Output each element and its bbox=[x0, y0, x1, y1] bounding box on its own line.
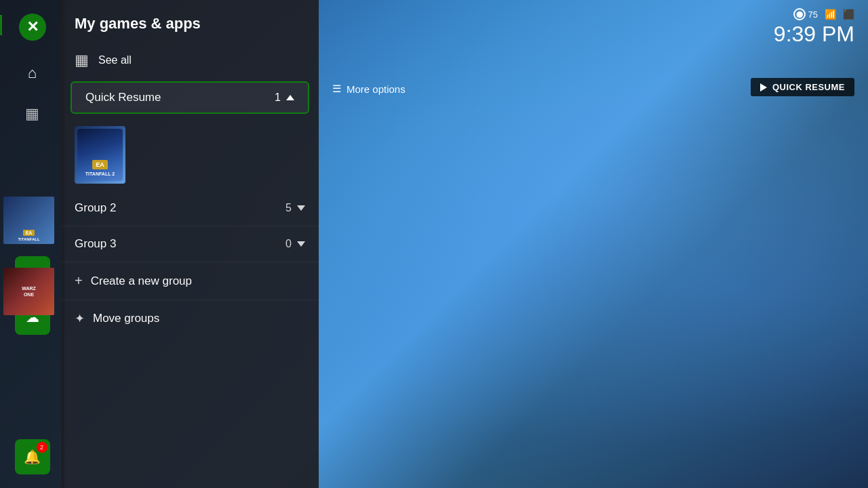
signal-icon: 📶 bbox=[825, 9, 836, 20]
move-icon: ✦ bbox=[75, 311, 85, 326]
clock-display: 9:39 PM bbox=[774, 23, 854, 45]
ea-label: EA bbox=[23, 230, 35, 236]
more-options-icon: ☰ bbox=[332, 83, 341, 95]
create-group-label: Create a new group bbox=[91, 274, 192, 288]
plus-icon: + bbox=[75, 273, 83, 289]
more-options-label: More options bbox=[347, 83, 406, 95]
group2-label: Group 2 bbox=[75, 201, 116, 215]
warzone-sidebar-thumb[interactable]: WARZONE bbox=[3, 268, 54, 315]
group3-chevron-icon bbox=[297, 241, 305, 247]
home-icon: ⌂ bbox=[28, 64, 37, 82]
quick-resume-badge-label: QUICK RESUME bbox=[772, 82, 845, 92]
quick-resume-games: EA TITANFALL 2 bbox=[61, 119, 319, 190]
see-all-label: See all bbox=[98, 54, 132, 66]
sidebar-item-home[interactable]: ⌂ bbox=[0, 53, 64, 94]
group3-count: 0 bbox=[285, 238, 292, 250]
titanfall-sidebar-thumb[interactable]: EA TITANFALL bbox=[3, 197, 54, 244]
hud-icons: ⬤ 75 📶 ⬛ bbox=[793, 8, 854, 20]
group3-label: Group 3 bbox=[75, 237, 116, 251]
warzone-small-label: WARZONE bbox=[22, 285, 36, 298]
group2-row[interactable]: Group 2 5 bbox=[61, 190, 319, 226]
play-icon bbox=[760, 83, 767, 92]
library-list-icon: ▦ bbox=[75, 52, 89, 69]
main-panel: My games & apps ▦ See all Quick Resume 1… bbox=[61, 0, 319, 488]
titanfall-thumb-label: TITANFALL 2 bbox=[85, 171, 115, 177]
panel-title: My games & apps bbox=[61, 15, 319, 45]
move-groups-row[interactable]: ✦ Move groups bbox=[61, 300, 319, 337]
battery-percentage: 75 bbox=[808, 9, 818, 20]
quick-resume-label: Quick Resume bbox=[85, 91, 161, 104]
chevron-up-icon bbox=[286, 95, 294, 100]
network-icon: ⬛ bbox=[843, 9, 854, 20]
battery-indicator: ⬤ 75 bbox=[793, 8, 818, 20]
sidebar-bottom: 🔔 2 bbox=[15, 439, 50, 474]
sidebar: ✕ ⌂ ▦ ⚙ ☁ 🔔 2 bbox=[0, 0, 64, 488]
notification-button[interactable]: 🔔 2 bbox=[15, 439, 50, 474]
library-icon: ▦ bbox=[25, 105, 39, 123]
see-all-row[interactable]: ▦ See all bbox=[61, 45, 319, 76]
xbox-x-icon: ✕ bbox=[26, 18, 39, 36]
quick-resume-count: 1 bbox=[275, 92, 281, 104]
quick-resume-row[interactable]: Quick Resume 1 bbox=[71, 81, 309, 114]
more-options-button[interactable]: ☰ More options bbox=[332, 83, 406, 95]
sidebar-item-library[interactable]: ▦ bbox=[0, 94, 64, 134]
quick-resume-right: 1 bbox=[275, 92, 294, 104]
top-right-hud: ⬤ 75 📶 ⬛ 9:39 PM bbox=[774, 8, 854, 45]
battery-circle-icon: ⬤ bbox=[793, 8, 806, 20]
create-group-row[interactable]: + Create a new group bbox=[61, 262, 319, 300]
quick-resume-badge[interactable]: QUICK RESUME bbox=[751, 78, 854, 96]
group2-count: 5 bbox=[285, 202, 292, 214]
group3-right: 0 bbox=[285, 238, 305, 250]
titanfall-small-label: TITANFALL bbox=[18, 237, 39, 241]
xbox-logo[interactable]: ✕ bbox=[19, 14, 46, 41]
ea-badge: EA bbox=[92, 160, 108, 169]
move-groups-label: Move groups bbox=[93, 312, 159, 325]
notification-badge: 2 bbox=[37, 442, 47, 453]
sidebar-active-indicator bbox=[0, 15, 2, 35]
group3-row[interactable]: Group 3 0 bbox=[61, 226, 319, 262]
group2-right: 5 bbox=[285, 202, 305, 214]
group2-chevron-icon bbox=[297, 205, 305, 211]
titanfall2-thumbnail[interactable]: EA TITANFALL 2 bbox=[75, 126, 125, 184]
